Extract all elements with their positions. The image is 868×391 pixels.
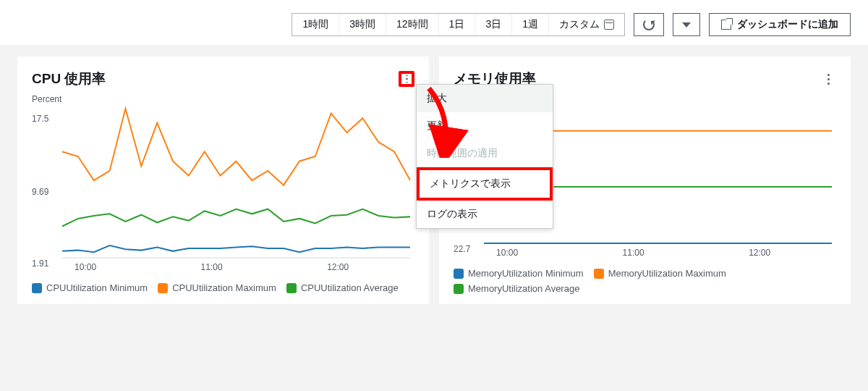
chart-area: 17.5 9.69 1.91 10:00 11:00 12:00: [32, 109, 414, 275]
menu-item-view-logs[interactable]: ログの表示: [417, 201, 553, 228]
time-range-3d[interactable]: 3日: [475, 14, 512, 35]
panels-row: CPU 使用率 拡大 更新 時間範囲の適用 メトリクスで表示 ログの表示 Per…: [0, 45, 868, 321]
refresh-options-button[interactable]: [673, 13, 700, 36]
panel-title: CPU 使用率: [32, 70, 106, 88]
external-link-icon: [721, 20, 731, 30]
y-axis-label: Percent: [32, 94, 414, 104]
legend-item[interactable]: MemoryUtilization Minimum: [454, 268, 584, 279]
refresh-button[interactable]: [634, 13, 664, 36]
x-tick: 11:00: [623, 248, 644, 258]
time-range-1h[interactable]: 1時間: [292, 14, 339, 35]
menu-item-apply-time-range: 時間範囲の適用: [417, 140, 553, 167]
panel-cpu: CPU 使用率 拡大 更新 時間範囲の適用 メトリクスで表示 ログの表示 Per…: [17, 56, 429, 304]
add-to-dashboard-button[interactable]: ダッシュボードに追加: [709, 13, 851, 36]
refresh-icon: [643, 19, 655, 30]
y-tick: 17.5: [32, 114, 48, 124]
time-range-3h[interactable]: 3時間: [339, 14, 386, 35]
time-range-group: 1時間 3時間 12時間 1日 3日 1週 カスタム: [292, 13, 625, 36]
menu-item-enlarge[interactable]: 拡大: [417, 85, 553, 112]
y-tick: 1.91: [32, 258, 48, 269]
menu-item-refresh[interactable]: 更新: [417, 112, 553, 140]
time-range-12h[interactable]: 12時間: [386, 14, 439, 35]
panel-menu-button[interactable]: [820, 71, 836, 87]
legend-item[interactable]: CPUUtilization Average: [286, 282, 399, 293]
legend: MemoryUtilization Minimum MemoryUtilizat…: [454, 268, 836, 294]
panel-menu-button[interactable]: [399, 71, 414, 87]
y-tick: 22.7: [454, 244, 470, 254]
time-range-custom[interactable]: カスタム: [549, 14, 624, 35]
calendar-icon: [604, 20, 614, 30]
x-tick: 12:00: [327, 262, 349, 272]
toolbar: 1時間 3時間 12時間 1日 3日 1週 カスタム ダッシュボードに追加: [0, 0, 868, 45]
panel-menu-dropdown: 拡大 更新 時間範囲の適用 メトリクスで表示 ログの表示: [416, 84, 553, 229]
legend-item[interactable]: CPUUtilization Maximum: [158, 282, 276, 293]
x-tick: 11:00: [201, 262, 223, 272]
action-buttons: [634, 13, 700, 36]
time-range-1w[interactable]: 1週: [512, 14, 549, 35]
y-tick: 9.69: [32, 187, 48, 197]
menu-item-view-in-metrics[interactable]: メトリクスで表示: [417, 167, 553, 201]
legend-item[interactable]: MemoryUtilization Average: [454, 283, 579, 294]
legend-item[interactable]: MemoryUtilization Maximum: [594, 268, 726, 279]
x-tick: 10:00: [75, 262, 96, 272]
x-tick: 10:00: [496, 248, 518, 258]
time-range-1d[interactable]: 1日: [439, 14, 476, 35]
legend: CPUUtilization Minimum CPUUtilization Ma…: [32, 282, 414, 293]
chevron-down-icon: [682, 22, 691, 28]
legend-item[interactable]: CPUUtilization Minimum: [32, 282, 148, 293]
x-tick: 12:00: [749, 248, 770, 258]
